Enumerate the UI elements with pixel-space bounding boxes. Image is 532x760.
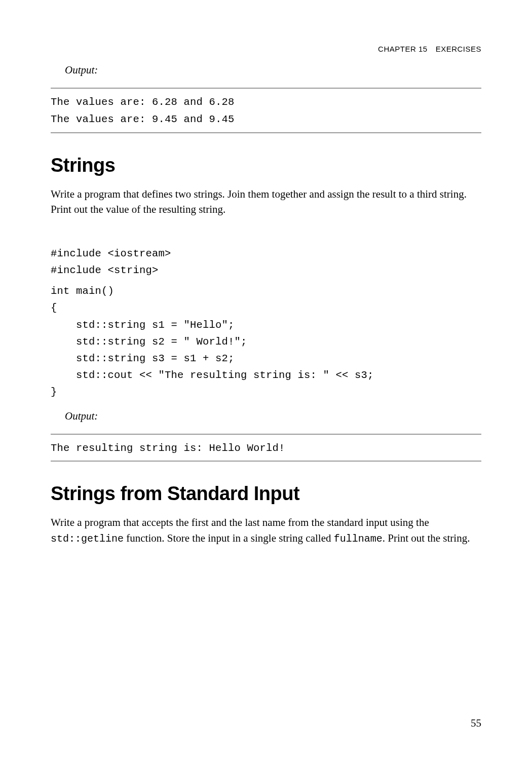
page-number: 55 [471,717,481,730]
code-line: std::string s1 = "Hello"; [51,319,235,331]
section-heading: Strings [51,155,481,176]
code-line: int main() [51,285,114,297]
divider [51,132,481,133]
code-line: std::cout << "The resulting string is: "… [51,369,374,381]
page-header: CHAPTER 15EXERCISES [378,45,481,53]
divider [51,461,481,462]
text-fragment: function. Store the input in a single st… [124,532,334,544]
output-line: The values are: 6.28 and 6.28 [51,94,481,111]
text-fragment: . Print out the string. [383,532,470,544]
code-line: #include <string> [51,264,159,276]
code-line: #include <iostream> [51,248,171,259]
output-block: The values are: 6.28 and 6.28 The values… [51,89,481,132]
section-description: Write a program that accepts the first a… [51,515,481,546]
output-line: The resulting string is: Hello World! [51,440,481,457]
code-line: } [51,386,57,398]
code-block: #include <iostream> #include <string> in… [51,229,481,401]
inline-code: fullname [334,533,383,545]
code-line: std::string s2 = " World!"; [51,336,247,348]
output-block: The resulting string is: Hello World! [51,435,481,461]
output-label: Output: [65,64,481,77]
code-line: std::string s3 = s1 + s2; [51,353,235,364]
output-line: The values are: 9.45 and 9.45 [51,111,481,128]
code-line: { [51,302,57,314]
text-fragment: Write a program that accepts the first a… [51,516,429,528]
chapter-number: CHAPTER 15 [378,45,428,53]
section-description: Write a program that defines two strings… [51,186,481,217]
output-label: Output: [65,410,481,423]
section-heading: Strings from Standard Input [51,483,481,505]
chapter-title: EXERCISES [436,45,481,53]
inline-code: std::getline [51,533,124,545]
